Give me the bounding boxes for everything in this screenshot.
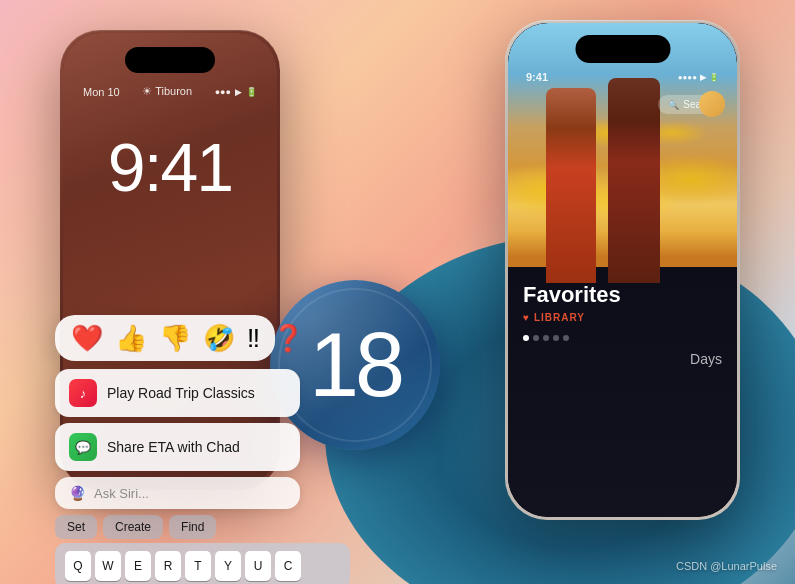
left-location: ☀ Tiburon — [142, 85, 192, 98]
action-share-label: Share ETA with Chad — [107, 439, 240, 455]
emoji-haha[interactable]: 🤣 — [203, 325, 235, 351]
left-time: 9:41 — [63, 133, 277, 201]
right-avatar — [699, 91, 725, 117]
key-u[interactable]: U — [245, 551, 271, 581]
emoji-thumbsdown[interactable]: 👎 — [159, 325, 191, 351]
iphone-right: 9:41 ●●●● ▶ 🔋 🔍 Search Favorites — [505, 20, 740, 520]
left-status-bar: Mon 10 ☀ Tiburon ●●● ▶ 🔋 — [63, 85, 277, 98]
key-q[interactable]: Q — [65, 551, 91, 581]
messages-icon: 💬 — [69, 433, 97, 461]
keyboard-row: Q W E R T Y U C — [55, 543, 350, 584]
shortcut-find[interactable]: Find — [169, 515, 216, 539]
key-c[interactable]: C — [275, 551, 301, 581]
shortcut-bar: Set Create Find — [55, 515, 350, 539]
right-days-text: Days — [690, 351, 722, 367]
dynamic-island-left — [125, 47, 215, 73]
emoji-thumbsup[interactable]: 👍 — [115, 325, 147, 351]
emoji-question[interactable]: ❓ — [272, 325, 304, 351]
siri-placeholder: Ask Siri... — [94, 486, 149, 501]
right-bottom-content: Favorites ♥ LIBRARY Days — [508, 267, 737, 517]
key-r[interactable]: R — [155, 551, 181, 581]
emoji-exclamation[interactable]: ‼️ — [247, 325, 260, 351]
left-lock-content: 9:41 — [63, 133, 277, 201]
right-page-dots — [523, 335, 722, 341]
watermark: CSDN @LunarPulse — [676, 560, 777, 572]
right-status-icons: ●●●● ▶ 🔋 — [678, 73, 719, 82]
shortcut-set[interactable]: Set — [55, 515, 97, 539]
key-y[interactable]: Y — [215, 551, 241, 581]
right-status-bar: 9:41 ●●●● ▶ 🔋 — [508, 71, 737, 83]
siri-input[interactable]: 🔮 Ask Siri... — [55, 477, 300, 509]
action-share-eta[interactable]: 💬 Share ETA with Chad — [55, 423, 300, 471]
search-icon: 🔍 — [668, 100, 679, 110]
siri-panel: ❤️ 👍 👎 🤣 ‼️ ❓ ♪ Play Road Trip Classics … — [55, 315, 355, 584]
key-e[interactable]: E — [125, 551, 151, 581]
action-play-label: Play Road Trip Classics — [107, 385, 255, 401]
emoji-heart[interactable]: ❤️ — [71, 325, 103, 351]
siri-icon: 🔮 — [69, 485, 86, 501]
left-date: Mon 10 — [83, 86, 120, 98]
right-favorites-label: Favorites — [523, 282, 722, 308]
emoji-reactions-row: ❤️ 👍 👎 🤣 ‼️ ❓ — [55, 315, 275, 361]
right-days-row: Days — [523, 351, 722, 367]
key-t[interactable]: T — [185, 551, 211, 581]
left-status-icons: ●●● ▶ 🔋 — [215, 87, 257, 97]
dynamic-island-right — [575, 35, 670, 63]
music-icon: ♪ — [69, 379, 97, 407]
shortcut-create[interactable]: Create — [103, 515, 163, 539]
action-play-music[interactable]: ♪ Play Road Trip Classics — [55, 369, 300, 417]
key-w[interactable]: W — [95, 551, 121, 581]
right-status-time: 9:41 — [526, 71, 548, 83]
right-library-label: ♥ LIBRARY — [523, 312, 722, 323]
